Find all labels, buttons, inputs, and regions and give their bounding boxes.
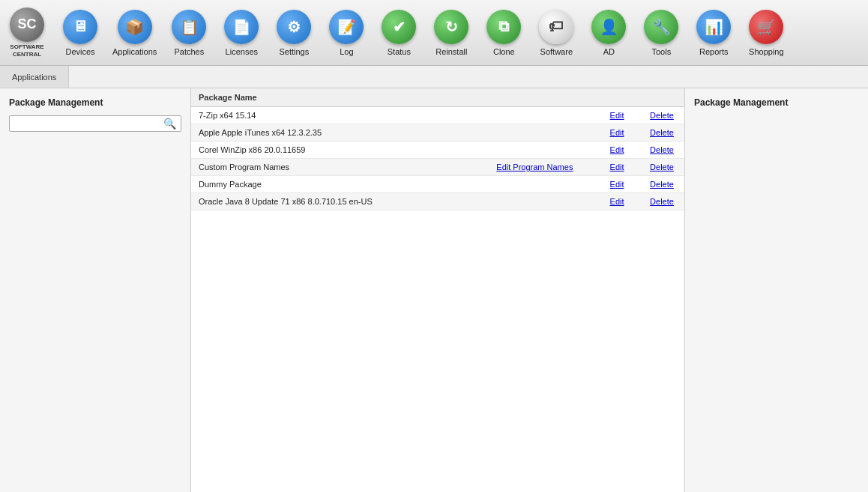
table-row: Apple Apple iTunes x64 12.3.2.35EditDele…: [191, 124, 684, 142]
delete-button-2[interactable]: Delete: [650, 128, 674, 137]
logo-circle: SC: [10, 7, 44, 42]
nav-icon-software: 🏷: [539, 10, 573, 44]
row-action-4: Edit Program Names: [475, 159, 595, 176]
edit-program-names-button-4[interactable]: Edit Program Names: [496, 163, 573, 171]
nav-label-status: Status: [388, 47, 411, 56]
package-table-body: 7-Zip x64 15.14EditDeleteApple Apple iTu…: [191, 107, 684, 210]
edit-button-3[interactable]: Edit: [610, 145, 624, 154]
nav-icon-settings: ⚙: [277, 10, 311, 44]
table-row: Custom Program NamesEdit Program NamesEd…: [191, 159, 684, 176]
row-name-5: Dummy Package: [191, 176, 475, 193]
nav-label-tools: Tools: [651, 47, 671, 56]
nav-icon-patches: 📋: [172, 10, 206, 44]
column-header-delete: [639, 88, 684, 107]
row-delete-4: Delete: [639, 159, 684, 176]
row-edit-4: Edit: [594, 159, 639, 176]
nav-item-devices[interactable]: 🖥Devices: [54, 7, 106, 59]
row-name-6: Oracle Java 8 Update 71 x86 8.0.710.15 e…: [191, 193, 475, 210]
delete-button-4[interactable]: Delete: [650, 163, 674, 171]
row-edit-5: Edit: [594, 176, 639, 193]
row-edit-2: Edit: [594, 124, 639, 142]
main-layout: Package Management 🔍 Package Name 7-Zip …: [0, 88, 868, 492]
nav-label-clone: Clone: [493, 47, 515, 56]
nav-label-reinstall: Reinstall: [435, 47, 467, 56]
row-name-3: Corel WinZip x86 20.0.11659: [191, 142, 475, 159]
right-sidebar: Package Management: [684, 88, 868, 492]
nav-icon-ad: 👤: [591, 10, 626, 44]
nav-item-patches[interactable]: 📋Patches: [163, 7, 215, 59]
nav-item-clone[interactable]: ⧉Clone: [477, 7, 530, 59]
table-row: Dummy PackageEditDelete: [191, 176, 684, 193]
nav-label-log: Log: [340, 47, 353, 56]
row-action-5: [475, 176, 595, 193]
search-input[interactable]: [13, 119, 162, 128]
delete-button-1[interactable]: Delete: [650, 111, 674, 120]
column-header-name: Package Name: [191, 88, 475, 107]
row-edit-3: Edit: [594, 142, 639, 159]
top-navigation: SC SOFTWARE CENTRAL 🖥Devices📦Application…: [0, 0, 868, 66]
row-name-1: 7-Zip x64 15.14: [191, 107, 475, 124]
delete-button-5[interactable]: Delete: [650, 180, 674, 189]
center-content: Package Name 7-Zip x64 15.14EditDeleteAp…: [191, 88, 684, 492]
nav-item-shopping[interactable]: 🛒Shopping: [740, 7, 792, 59]
row-edit-1: Edit: [594, 107, 639, 124]
left-sidebar-title: Package Management: [9, 97, 181, 108]
right-sidebar-title: Package Management: [694, 97, 859, 108]
edit-button-5[interactable]: Edit: [610, 180, 624, 189]
logo: SC SOFTWARE CENTRAL: [0, 4, 54, 61]
row-name-2: Apple Apple iTunes x64 12.3.2.35: [191, 124, 475, 142]
nav-label-reports: Reports: [699, 47, 729, 56]
nav-label-applications: Applications: [112, 47, 157, 56]
nav-icon-status: ✔: [382, 10, 416, 44]
search-button[interactable]: 🔍: [162, 118, 178, 130]
nav-icon-reinstall: ↻: [434, 10, 468, 44]
table-row: Oracle Java 8 Update 71 x86 8.0.710.15 e…: [191, 193, 684, 210]
row-action-1: [475, 107, 595, 124]
left-sidebar: Package Management 🔍: [0, 88, 191, 492]
nav-label-shopping: Shopping: [749, 47, 784, 56]
nav-item-applications[interactable]: 📦Applications: [106, 7, 163, 59]
row-delete-2: Delete: [639, 124, 684, 142]
column-header-action: [475, 88, 595, 107]
row-action-2: [475, 124, 595, 142]
package-table: Package Name 7-Zip x64 15.14EditDeleteAp…: [191, 88, 684, 210]
edit-button-6[interactable]: Edit: [610, 197, 624, 206]
nav-item-tools[interactable]: 🔧Tools: [635, 7, 687, 59]
row-edit-6: Edit: [594, 193, 639, 210]
delete-button-3[interactable]: Delete: [650, 145, 674, 154]
nav-item-software[interactable]: 🏷Software: [530, 7, 582, 59]
edit-button-1[interactable]: Edit: [610, 111, 624, 120]
column-header-edit: [594, 88, 639, 107]
nav-item-reports[interactable]: 📊Reports: [687, 7, 740, 59]
nav-item-settings[interactable]: ⚙Settings: [268, 7, 320, 59]
nav-label-devices: Devices: [65, 47, 94, 56]
nav-item-status[interactable]: ✔Status: [373, 7, 425, 59]
search-box: 🔍: [9, 115, 181, 132]
nav-icon-applications: 📦: [118, 10, 152, 44]
nav-icon-tools: 🔧: [644, 10, 678, 44]
nav-items: 🖥Devices📦Applications📋Patches📄Licenses⚙S…: [54, 7, 792, 59]
row-delete-5: Delete: [639, 176, 684, 193]
logo-icon: SC: [17, 16, 36, 32]
nav-label-licenses: Licenses: [226, 47, 258, 56]
nav-label-settings: Settings: [279, 47, 309, 56]
nav-item-licenses[interactable]: 📄Licenses: [215, 7, 268, 59]
row-action-3: [475, 142, 595, 159]
table-row: Corel WinZip x86 20.0.11659EditDelete: [191, 142, 684, 159]
table-row: 7-Zip x64 15.14EditDelete: [191, 107, 684, 124]
nav-label-ad: AD: [603, 47, 615, 56]
edit-button-2[interactable]: Edit: [610, 128, 624, 137]
nav-item-reinstall[interactable]: ↻Reinstall: [425, 7, 477, 59]
logo-text: SOFTWARE CENTRAL: [10, 43, 43, 58]
breadcrumb: Applications: [0, 66, 69, 88]
nav-icon-devices: 🖥: [63, 10, 97, 44]
nav-icon-reports: 📊: [696, 10, 731, 44]
nav-item-log[interactable]: 📝Log: [320, 7, 373, 59]
delete-button-6[interactable]: Delete: [650, 197, 674, 206]
breadcrumb-bar: Applications: [0, 66, 868, 88]
row-action-6: [475, 193, 595, 210]
nav-icon-clone: ⧉: [486, 10, 521, 44]
edit-button-4[interactable]: Edit: [610, 163, 624, 171]
nav-label-software: Software: [540, 47, 573, 56]
nav-item-ad[interactable]: 👤AD: [582, 7, 635, 59]
